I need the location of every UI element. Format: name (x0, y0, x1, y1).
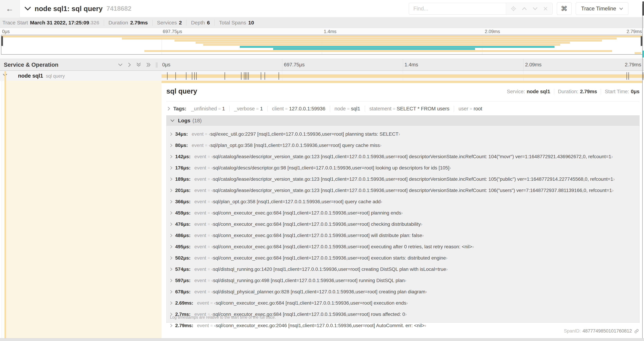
tag-key: node (334, 106, 346, 112)
log-entry-row[interactable]: 459μs:event=‹sql/conn_executor_exec.go:6… (166, 207, 639, 218)
vertical-scrollbar[interactable] (642, 0, 644, 338)
chevron-right-icon (168, 106, 170, 111)
overview-span-bar (2, 36, 642, 38)
log-entry-row[interactable]: 476μs:event=‹sql/conn_executor_exec.go:6… (166, 218, 639, 230)
log-close-quote: › (422, 233, 424, 238)
log-entry-row[interactable]: 366μs:event=‹sql/plan_opt.go:358 [nsql1,… (166, 196, 639, 207)
chevron-right-icon (170, 324, 172, 327)
detail-meta-value: node sql1 (527, 89, 550, 94)
divider (186, 20, 186, 26)
log-marker-tick (175, 72, 176, 80)
overview-tick-label: 2.79ms (626, 29, 642, 34)
log-entry-row[interactable]: 678μs:event=‹sql/distsql_physical_planne… (166, 286, 639, 297)
chevron-right-icon (170, 166, 172, 170)
log-entry-row[interactable]: 176μs:event=‹sql/catalog/descs/descripto… (166, 162, 639, 173)
log-field-value: sql/conn_executor_exec.go:684 [nsql1,cli… (213, 255, 446, 261)
log-equals: = (208, 278, 210, 283)
log-entry-row[interactable]: 502μs:event=‹sql/conn_executor_exec.go:6… (166, 252, 639, 263)
viewrange-left-handle[interactable] (2, 36, 3, 46)
tag-item: client=127.0.0.1:59936 (272, 106, 325, 112)
log-field-value: sql/distsql_running.go:1420 [nsql1,clien… (213, 266, 446, 272)
log-entry-row[interactable]: 574μs:event=‹sql/distsql_running.go:1420… (166, 263, 639, 275)
timeline-ruler: 0μs697.75μs1.4ms2.09ms2.79ms (162, 59, 644, 71)
log-entry-row[interactable]: 189μs:event=‹sql/catalog/lease/descripto… (166, 173, 639, 185)
chevron-right-icon (170, 267, 172, 271)
log-equals: = (205, 143, 208, 148)
collapse-one-icon[interactable] (118, 63, 123, 66)
find-input[interactable] (409, 3, 506, 14)
span-detail-marker-bar (162, 81, 642, 83)
chevron-right-icon (170, 211, 172, 215)
log-equals: = (208, 177, 210, 182)
log-entry-row[interactable]: 486μs:event=‹sql/conn_executor_exec.go:6… (166, 230, 639, 241)
log-equals: = (208, 289, 210, 294)
overview-minimap-canvas[interactable] (1, 35, 642, 55)
log-marker-tick (628, 72, 629, 80)
log-close-quote: › (424, 323, 426, 328)
span-detail-title: sql query (166, 87, 197, 95)
log-equals: = (208, 256, 210, 260)
find-next-icon[interactable] (533, 7, 538, 11)
log-open-quote: ‹ (212, 154, 213, 159)
log-entry-row[interactable]: 80μs:event=‹sql/plan_opt.go:358 [nsql1,c… (166, 140, 639, 151)
tags-accordion[interactable]: Tags: _unfinished=1_verbose=1client=127.… (166, 104, 640, 114)
span-duration-bar[interactable] (162, 74, 644, 78)
log-field-key: event (194, 176, 206, 182)
span-row-timeline[interactable] (162, 71, 644, 81)
overview-span-bar (273, 48, 475, 50)
collapse-all-icon[interactable] (136, 62, 141, 67)
divider (214, 20, 214, 26)
span-id-row: SpanID: 4877749850101760812 (564, 328, 639, 334)
span-row-name-column[interactable]: node sql1sql query (0, 71, 162, 81)
header-bar: ← node sql1: sql query 7418682 (0, 0, 644, 17)
span-color-stripe (4, 71, 6, 81)
scrollbar-thumb[interactable] (642, 2, 644, 16)
service-operation-column-header: Service & Operation (0, 59, 162, 71)
log-open-quote: ‹ (209, 143, 210, 148)
tag-item: _unfinished=1 (191, 106, 225, 112)
chevron-right-icon (170, 200, 172, 204)
expand-one-icon[interactable] (128, 62, 131, 67)
find-prev-icon[interactable] (522, 7, 527, 11)
log-open-quote: ‹ (212, 188, 213, 193)
find-group (409, 3, 552, 15)
log-timestamp: 366μs: (175, 199, 190, 204)
overview-tick-label: 2.09ms (485, 29, 500, 34)
collapse-trace-chevron-icon[interactable] (24, 7, 31, 11)
log-entry-row[interactable]: 597μs:event=‹sql/distsql_running.go:498 … (166, 275, 639, 286)
log-field-key: event (194, 154, 206, 159)
log-marker-tick (626, 72, 627, 80)
locate-icon[interactable] (511, 6, 516, 11)
log-field-value: sql/conn_executor_exec.go:684 [nsql1,cli… (213, 210, 401, 216)
find-clear-icon[interactable] (544, 7, 548, 11)
log-timestamp: 597μs: (175, 278, 190, 283)
tag-item: statement=SELECT * FROM users (370, 106, 450, 112)
trace-view-selector[interactable]: Trace Timeline (576, 3, 628, 15)
viewrange-right-handle[interactable] (641, 36, 642, 46)
span-row[interactable]: node sql1sql query (0, 71, 644, 81)
log-equals: = (208, 267, 210, 272)
deep-link-icon[interactable] (634, 329, 639, 333)
log-entry-row[interactable]: 2.69ms:event=‹sql/conn_executor_exec.go:… (166, 297, 639, 308)
tag-value: 1 (222, 106, 225, 112)
back-button[interactable]: ← (0, 0, 20, 17)
log-entry-row[interactable]: 34μs:event=‹sql/exec_util.go:2297 [nsql1… (166, 128, 639, 140)
column-resizer-handle[interactable] (156, 62, 158, 68)
horizontal-scrollbar[interactable] (0, 338, 644, 341)
span-detail-panel: sql query Service:node sql1Duration:2.79… (162, 81, 644, 338)
overview-tick-label: 1.4ms (324, 29, 336, 34)
log-field-value: sql/conn_executor_exec.go:684 [nsql1,cli… (213, 221, 421, 227)
expand-all-icon[interactable] (146, 62, 151, 67)
log-entry-row[interactable]: 201μs:event=‹sql/catalog/lease/descripto… (166, 185, 639, 196)
logs-accordion-header[interactable]: Logs (18) (166, 116, 639, 126)
log-close-quote: › (401, 210, 403, 216)
log-equals: = (208, 199, 210, 204)
log-entry-row[interactable]: 495μs:event=‹sql/conn_executor_exec.go:6… (166, 241, 639, 252)
chevron-down-icon (619, 8, 623, 10)
log-marker-tick (241, 72, 242, 80)
log-timestamp: 80μs: (175, 143, 188, 148)
log-entry-row[interactable]: 142μs:event=‹sql/catalog/lease/descripto… (166, 151, 639, 162)
keyboard-shortcuts-button[interactable]: ⌘ (557, 3, 572, 15)
chevron-right-icon (170, 177, 172, 181)
log-open-quote: ‹ (212, 289, 213, 294)
